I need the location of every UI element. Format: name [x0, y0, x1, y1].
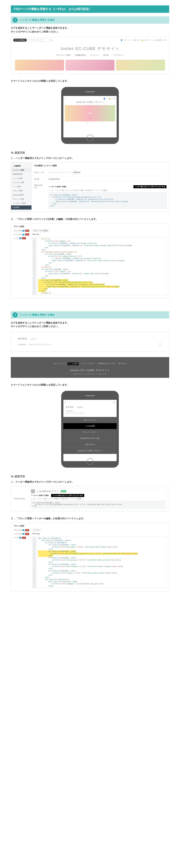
info-badge: ?	[22, 234, 25, 235]
block-name-input[interactable]: フッター	[32, 529, 41, 531]
step-1-2: ２．「ブロック管理＞ログインナビ(共通）の編集」の任意の行にペーストします。	[11, 217, 169, 221]
nav-item[interactable]: ジェラート	[90, 54, 99, 57]
hamburger-icon[interactable]: ≡	[65, 401, 66, 403]
sidebar-item[interactable]: キャッシュ管理	[11, 197, 32, 201]
block-editor-2: ブロック設定 ブロック名?必須 フッター ファイル名?必須 footer.twi…	[11, 523, 169, 592]
required-badge: 必須	[22, 237, 26, 239]
favorite-link[interactable]: ♡ お気に入り	[131, 39, 140, 41]
footer-faq-link[interactable]: よくある質問	[68, 363, 78, 365]
settings-heading-1: 設定方法	[11, 151, 169, 154]
category-dropdown[interactable]: すべての商品	[13, 39, 27, 42]
header-desc: ヘッダー「ブロック管理＞ログインナビ(共通）の編集」の任意の行にペーストして 保…	[48, 189, 167, 191]
phone-hero: CUBE	[65, 105, 115, 121]
sidebar-item[interactable]: レイアウト管理	[11, 181, 32, 185]
footer-link[interactable]: プライバシーポリシー	[81, 363, 96, 365]
sidebar-item[interactable]: メンテナンス管理	[11, 201, 32, 206]
phone-menu-item[interactable]: プライバシーポリシー	[63, 429, 117, 435]
file-name-label: ファイル名	[13, 533, 22, 535]
phone-mockup-2: ≡ 🛒 NEWS | 新着情報 2018/09/01 サイトオープンいたしました…	[61, 391, 119, 468]
info-badge: ?	[19, 238, 21, 239]
sidebar-item[interactable]: ファイル管理	[11, 176, 32, 181]
sidebar-faq-active[interactable]: FAQ管理	[11, 206, 32, 210]
footer-link[interactable]: お問い合わせ	[118, 363, 127, 365]
required-badge: 必須	[22, 537, 26, 539]
phone-news-text: サイトオープンいたしました！	[66, 412, 114, 414]
faq-link[interactable]: ? よくある質問	[152, 39, 162, 41]
footer-link[interactable]: 当サイトについて	[53, 363, 65, 365]
sp-note-2: スマートフォンサイトからの閲覧にも対応しています。	[11, 383, 169, 386]
footer-link[interactable]: 特定商取引法に基づく表記	[98, 363, 115, 365]
section-1-header: 1 ヘッダーに導線を用意する場合	[11, 17, 169, 24]
new-button[interactable]: 新規作成	[72, 171, 81, 174]
gear-icon	[11, 475, 14, 478]
info-badge: ?	[22, 230, 25, 231]
section-2-number: 2	[12, 312, 17, 317]
block-name-label: ブロック名	[13, 229, 22, 232]
nav-item[interactable]: 新入荷	[103, 54, 109, 57]
sidebar-item[interactable]: JavaScript管理	[11, 193, 32, 197]
code-label: コード	[13, 237, 19, 240]
copy-footer-tag-button[interactable]: フッター用タグをクリップボードにコピーする	[51, 494, 84, 497]
phone-mockup-1: ≡ 👤♡🔓?🛒 Joolen EC-CUBE デモサイト CUBE ● ○ ○	[61, 87, 119, 144]
code-editor-1[interactable]: 2728293031323334353637383940414243444546…	[32, 237, 167, 295]
admin-page-title: FAQ管理 コンテンツ管理	[34, 164, 167, 167]
copy-header-tag-button[interactable]: ヘッダー用タグをクリップボードにコピーする	[133, 185, 167, 188]
phone-footer-menu: 当サイトについて よくある質問 プライバシーポリシー 特定商取引法に基づく表記 …	[63, 417, 117, 447]
block-setting-title: ブロック設定	[13, 225, 167, 228]
footer-screenshot: 当サイトについて よくある質問 プライバシーポリシー 特定商取引法に基づく表記 …	[11, 357, 169, 378]
page-main-title: FAQページの導線を用意する（いずれか、または両方設定）	[11, 5, 169, 13]
phone-menu-item[interactable]: お問い合わせ	[63, 441, 117, 447]
sidebar-item[interactable]: 新着情報管理	[11, 172, 32, 176]
admin-sidebar: ⌂ 店舗管理 コンテンツ管理 新着情報管理 ファイル管理 レイアウト管理 ページ…	[11, 162, 32, 212]
mypage-link[interactable]: 👤 マイページ	[120, 39, 130, 41]
nav-item[interactable]: ダウンロード商品	[56, 54, 71, 57]
hero-images	[13, 60, 167, 72]
news-title: NEWS	[18, 337, 28, 340]
phone-news-sub: | 新着情報	[76, 406, 83, 408]
nav-item[interactable]: 定期購読商品	[75, 54, 86, 57]
admin-screenshot-1: ⌂ 店舗管理 コンテンツ管理 新着情報管理 ファイル管理 レイアウト管理 ページ…	[11, 162, 169, 212]
footer-desc: フッター「ブロック管理＞フッターの編集」の任意の行にペーストして 保存	[31, 498, 165, 500]
phone-brand: Joolen EC-CUBE デモサイト	[65, 101, 115, 104]
footer-tag-code: <li class="ec-footerNavi__link"> <a href…	[31, 501, 165, 508]
phone-menu-item[interactable]: 特定商取引法に基づく表記	[63, 435, 117, 441]
sidebar-content[interactable]: コンテンツ管理	[11, 168, 32, 172]
pagename-label: FAQページ名	[34, 171, 47, 174]
footer-copyright: copyright (C) Joolen EC-CUBE デモサイト all r…	[12, 373, 168, 375]
search-icon[interactable]: 🔍	[50, 39, 52, 41]
nav-item[interactable]: アイスサンド	[113, 54, 124, 57]
site-brand: Joolen EC-CUBE デモサイト	[13, 42, 167, 54]
required-badge: 必須	[25, 234, 29, 236]
section-2-title: フッターに導線を用意する場合	[20, 313, 55, 316]
desktop-nav: ダウンロード商品 定期購読商品 ジェラート 新入荷 アイスサンド	[13, 54, 167, 60]
order-value: FAQを並び替え	[48, 178, 60, 180]
hamburger-icon[interactable]: ≡	[65, 98, 66, 99]
sidebar-item[interactable]: ブロック管理	[11, 189, 32, 193]
order-label: 並び順	[34, 178, 47, 180]
sidebar-home[interactable]: ⌂ 店舗管理	[11, 164, 32, 168]
logout-link[interactable]: 🔓 ログアウト	[141, 39, 151, 41]
code-label: コード	[13, 536, 19, 539]
footer-nav: 当サイトについて よくある質問 プライバシーポリシー 特定商取引法に基づく表記 …	[12, 363, 168, 365]
block-name-label: ブロック名	[13, 529, 22, 531]
required-badge: 必須	[25, 533, 29, 535]
search-input[interactable]: キーワードを入力	[28, 39, 49, 42]
desktop-header-screenshot: すべての商品 キーワードを入力 🔍 👤 マイページ ♡ お気に入り 🔓 ログアウ…	[11, 37, 169, 74]
block-name-input[interactable]: ログインナビ(共通)	[32, 229, 49, 232]
news-text: サイトオープンいたしました！	[29, 343, 52, 346]
phone-menu-item[interactable]: 当サイトについて	[63, 417, 117, 423]
phone-footer-brand: Joolen EC-CUBE デモサイト	[63, 447, 117, 454]
chevron-down-icon[interactable]: ⌄	[158, 343, 162, 346]
cart-icon[interactable]: 🛒	[113, 401, 115, 403]
step-1-1: １．ヘッダー導線用タグをクリップボードにコピーします。	[11, 157, 169, 160]
phone-menu-faq[interactable]: よくある質問	[63, 423, 117, 429]
pagename-input[interactable]	[48, 172, 70, 173]
news-date: 2018/09/01	[18, 344, 26, 345]
section-1-number: 1	[12, 18, 17, 23]
sidebar-item[interactable]: ページ管理	[11, 185, 32, 189]
running-badge: 稼働中	[61, 490, 66, 492]
file-name-value: login.twig	[32, 234, 39, 235]
cart-link[interactable]: 🛒 ¥0	[163, 39, 167, 41]
code-editor-2[interactable]: 1112131415161718192021222324252627282930…	[32, 536, 167, 588]
block-setting-title: ブロック設定	[13, 525, 167, 527]
